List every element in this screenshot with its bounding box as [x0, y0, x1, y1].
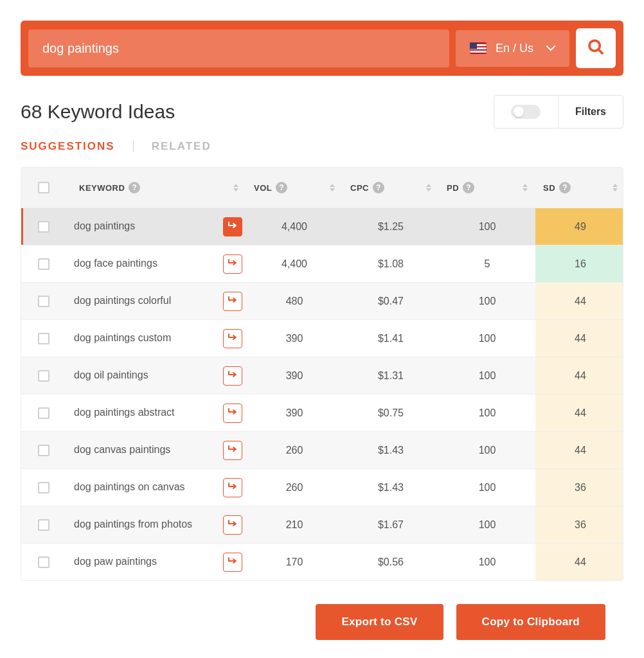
row-checkbox[interactable]: [38, 407, 49, 419]
locale-selector[interactable]: En / Us: [456, 30, 569, 67]
sort-icon[interactable]: [330, 184, 335, 191]
filters-button[interactable]: Filters: [559, 96, 623, 128]
keyword-expand-button[interactable]: [223, 292, 242, 311]
row-checkbox[interactable]: [38, 258, 49, 270]
keyword-expand-button[interactable]: [223, 404, 242, 423]
col-vol[interactable]: VOL ?: [246, 182, 343, 193]
cpc-cell: $1.43: [343, 482, 439, 494]
table-row[interactable]: dog paintings4,400$1.2510049: [21, 208, 623, 245]
sort-icon[interactable]: [613, 184, 618, 191]
footer-actions: Export to CSV Copy to Clipboard: [316, 604, 605, 640]
table-row[interactable]: dog paintings on canvas260$1.4310036: [21, 468, 623, 506]
table-row[interactable]: dog paintings colorful480$0.4710044: [21, 282, 623, 319]
search-input[interactable]: [28, 30, 449, 67]
keyword-expand-button[interactable]: [223, 217, 242, 236]
header-actions: Filters: [494, 95, 623, 129]
row-checkbox[interactable]: [38, 482, 49, 494]
keyword-expand-button[interactable]: [223, 441, 242, 460]
sd-cell: 49: [535, 208, 623, 245]
arrow-right-icon: [227, 221, 238, 233]
row-checkbox[interactable]: [38, 445, 49, 456]
table-row[interactable]: dog paintings abstract390$0.7510044: [21, 394, 623, 431]
sd-cell: 44: [535, 395, 623, 431]
keyword-expand-button[interactable]: [223, 254, 242, 274]
col-sd-label: SD: [543, 183, 555, 193]
help-icon[interactable]: ?: [559, 182, 571, 193]
vol-cell: 210: [246, 519, 343, 531]
col-cpc[interactable]: CPC ?: [343, 182, 439, 193]
vol-cell: 170: [246, 556, 343, 568]
toggle-switch[interactable]: [511, 105, 541, 119]
sd-cell: 44: [535, 544, 623, 580]
arrow-right-icon: [227, 556, 238, 568]
row-checkbox[interactable]: [38, 221, 49, 233]
table-row[interactable]: dog paw paintings170$0.5610044: [21, 543, 623, 580]
col-pd[interactable]: PD ?: [439, 182, 535, 193]
cpc-cell: $1.41: [343, 333, 439, 344]
keyword-expand-button[interactable]: [223, 478, 242, 497]
arrow-right-icon: [227, 482, 238, 494]
table-row[interactable]: dog paintings custom390$1.4110044: [21, 319, 623, 357]
tabs: SUGGESTIONS RELATED: [21, 140, 623, 153]
sd-cell: 44: [535, 283, 623, 319]
sort-icon[interactable]: [523, 184, 528, 191]
col-keyword[interactable]: KEYWORD ?: [66, 182, 246, 193]
keyword-expand-button[interactable]: [223, 366, 242, 386]
help-icon[interactable]: ?: [373, 182, 384, 193]
keyword-text: dog paw paintings: [74, 556, 157, 567]
row-checkbox[interactable]: [38, 296, 49, 307]
keyword-expand-button[interactable]: [223, 515, 242, 535]
vol-cell: 390: [246, 370, 343, 382]
keyword-text: dog canvas paintings: [74, 444, 170, 456]
copy-clipboard-button[interactable]: Copy to Clipboard: [456, 604, 605, 640]
arrow-right-icon: [227, 333, 238, 344]
table-row[interactable]: dog paintings from photos210$1.6710036: [21, 506, 623, 543]
tab-suggestions[interactable]: SUGGESTIONS: [21, 140, 115, 153]
row-checkbox[interactable]: [38, 333, 49, 344]
help-icon[interactable]: ?: [129, 182, 140, 193]
search-icon: [586, 37, 605, 59]
keyword-expand-button[interactable]: [223, 553, 242, 572]
row-checkbox[interactable]: [38, 519, 49, 531]
cpc-cell: $0.47: [343, 296, 439, 307]
table-row[interactable]: dog oil paintings390$1.3110044: [21, 357, 623, 394]
sd-cell: 44: [535, 357, 623, 394]
cpc-cell: $1.43: [343, 445, 439, 456]
arrow-right-icon: [227, 519, 238, 531]
sort-icon[interactable]: [233, 184, 238, 191]
cpc-cell: $0.56: [343, 556, 439, 568]
keyword-text: dog oil paintings: [74, 369, 148, 381]
table-header: KEYWORD ? VOL ? CPC ? PD ? SD ?: [21, 168, 623, 208]
sd-cell: 36: [535, 469, 623, 506]
vol-cell: 4,400: [246, 258, 343, 270]
svg-line-1: [598, 49, 602, 53]
keyword-text: dog paintings custom: [74, 332, 171, 344]
tab-separator: [133, 141, 134, 152]
table-row[interactable]: dog canvas paintings260$1.4310044: [21, 431, 623, 468]
vol-cell: 4,400: [246, 221, 343, 233]
vol-cell: 260: [246, 482, 343, 494]
row-checkbox[interactable]: [38, 556, 49, 568]
search-button[interactable]: [576, 28, 616, 68]
sd-cell: 44: [535, 432, 623, 468]
arrow-right-icon: [227, 407, 238, 419]
col-sd[interactable]: SD ?: [535, 182, 623, 193]
col-vol-label: VOL: [254, 183, 272, 193]
tab-related[interactable]: RELATED: [152, 140, 211, 153]
select-all-checkbox[interactable]: [38, 182, 49, 193]
vol-cell: 260: [246, 445, 343, 456]
keyword-text: dog paintings: [74, 220, 135, 232]
sort-icon[interactable]: [426, 184, 431, 191]
us-flag-icon: [470, 42, 487, 54]
help-icon[interactable]: ?: [276, 182, 287, 193]
cpc-cell: $1.08: [343, 258, 439, 270]
row-checkbox[interactable]: [38, 370, 49, 382]
col-cpc-label: CPC: [350, 183, 369, 193]
page-title: 68 Keyword Ideas: [21, 101, 175, 123]
vol-cell: 390: [246, 333, 343, 344]
cpc-cell: $0.75: [343, 407, 439, 419]
help-icon[interactable]: ?: [463, 182, 474, 193]
keyword-expand-button[interactable]: [223, 329, 242, 348]
export-csv-button[interactable]: Export to CSV: [316, 604, 443, 640]
table-row[interactable]: dog face paintings4,400$1.08516: [21, 245, 623, 282]
